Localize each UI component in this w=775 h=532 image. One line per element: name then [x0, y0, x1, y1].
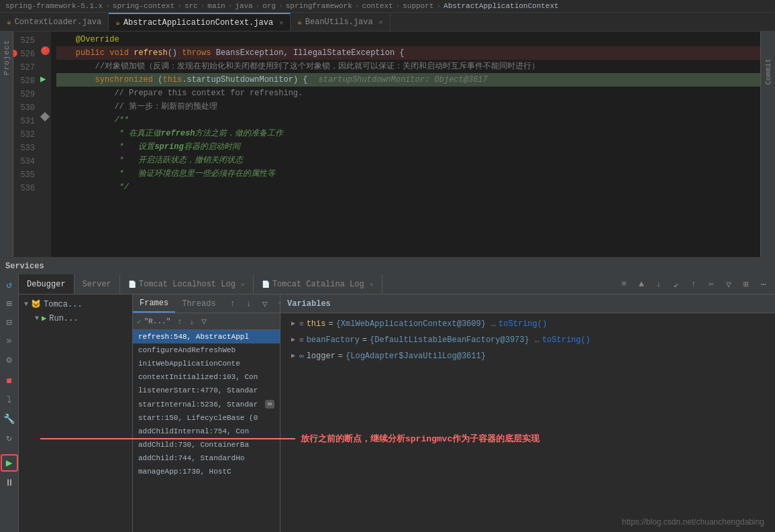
frame-item[interactable]: start:150, LifecycleBase (0: [133, 411, 280, 425]
debugger-main: Debugger Server 📄 Tomcat Localhost Log ✕…: [19, 274, 775, 532]
frame-item[interactable]: startInternal:5236, Standar ∞: [133, 397, 280, 411]
breadcrumb-item[interactable]: springframework: [286, 2, 352, 10]
var-expand-icon[interactable]: ▶: [291, 318, 295, 330]
tab-tomcat-localhost[interactable]: 📄 Tomcat Localhost Log ✕: [120, 274, 254, 294]
frame-item[interactable]: addChildInternal:754, Con: [133, 425, 280, 438]
tree-item-run[interactable]: ▼ ▶ Run...: [19, 311, 132, 325]
code-line: @Override: [56, 33, 760, 46]
frames-up-icon[interactable]: ↑: [225, 297, 240, 311]
tomcat-icon: 🐱: [31, 299, 41, 309]
step-into-icon[interactable]: ↙: [669, 277, 684, 292]
tab-tomcat-catalina[interactable]: 📄 Tomcat Catalina Log ✕: [254, 274, 382, 294]
step-over-icon[interactable]: ↓: [652, 277, 666, 292]
frame-item[interactable]: contextInitialized:103, Con: [133, 370, 280, 384]
frame-label: start:150, LifecycleBase (0: [138, 414, 258, 422]
frames-down-icon[interactable]: ↓: [242, 297, 256, 311]
commit-label[interactable]: Commit: [764, 58, 772, 85]
var-tostring-link[interactable]: toString(): [542, 334, 590, 346]
step-out-icon[interactable]: ↑: [686, 277, 701, 292]
breadcrumb-item[interactable]: spring-context: [113, 2, 174, 10]
grid-icon[interactable]: ⊞: [739, 277, 754, 292]
tab-close-icon[interactable]: ✕: [241, 280, 245, 288]
var-expand-icon[interactable]: ▶: [291, 334, 295, 346]
tab-beanutils[interactable]: ☕ BeanUtils.java ✕: [291, 13, 390, 31]
more-debug-icon[interactable]: ⋯: [756, 277, 771, 292]
debug-content: ▼ 🐱 Tomca... ▼ ▶ Run...: [19, 295, 775, 532]
breadcrumb-item[interactable]: org: [262, 2, 276, 10]
expand-all-icon[interactable]: ⊞: [2, 296, 17, 311]
thread-dropdown[interactable]: ✓ "R..." ↑ ↓ ▽: [133, 313, 280, 330]
frame-label: refresh:548, AbstractAppl: [138, 333, 249, 341]
evaluate-icon[interactable]: ✂: [704, 277, 719, 292]
thread-controls: ↑ ↓ ▽: [174, 316, 209, 327]
wrench-icon[interactable]: 🔧: [2, 411, 17, 426]
breadcrumb-item[interactable]: spring-framework-5.1.x: [5, 2, 103, 10]
var-value: {XmlWebApplicationContext@3609}: [336, 318, 486, 330]
filter-icon[interactable]: ▽: [721, 277, 736, 292]
step-icon[interactable]: ⤵: [2, 392, 17, 407]
frame-item[interactable]: addChild:730, ContainerBa: [133, 438, 280, 451]
expand-arrow: ▼: [24, 301, 28, 308]
java-icon: ☕: [7, 17, 11, 26]
settings-icon[interactable]: ⚙: [2, 352, 17, 367]
thread-filter-icon[interactable]: ▽: [199, 316, 209, 327]
frame-label: manageApp:1730, HostC: [138, 468, 231, 476]
code-line: // Prepare this context for refreshing.: [56, 87, 760, 100]
tab-contextloader[interactable]: ☕ ContextLoader.java: [0, 13, 109, 31]
frame-item[interactable]: manageApp:1730, HostC: [133, 465, 280, 478]
breadcrumb-item[interactable]: src: [185, 2, 198, 10]
frames-header: Frames Threads ↑ ↓ ▽ +: [133, 295, 280, 313]
frames-list: refresh:548, AbstractAppl configureAndRe…: [133, 330, 280, 532]
breadcrumb-item[interactable]: main: [207, 2, 225, 10]
collapse-all-icon[interactable]: ⊟: [2, 315, 17, 329]
var-expand-icon[interactable]: ▶: [291, 350, 295, 362]
frame-label: contextInitialized:103, Con: [138, 373, 258, 381]
frame-item[interactable]: listenerStart:4770, Standar: [133, 384, 280, 397]
var-equals: =: [328, 318, 333, 330]
thread-label: "R...": [144, 317, 171, 325]
code-view: 525 🔴526 527 528 529 530 531 532 533 534…: [13, 32, 760, 257]
breadcrumb-item[interactable]: support: [403, 2, 433, 10]
code-content: @Override public void refresh() throws B…: [51, 32, 760, 257]
tab-threads[interactable]: Threads: [175, 295, 222, 313]
tab-server[interactable]: Server: [74, 274, 120, 294]
code-line: public void refresh() throws BeansExcept…: [56, 46, 760, 60]
code-line: * 设置spring容器的启动时间: [56, 140, 760, 154]
services-left-sidebar: ↺ ⊞ ⊟ » ⚙ ■ ⤵ 🔧 ↻ ▶ ⏸: [0, 274, 19, 532]
code-line: * 开启活跃状态，撤销关闭状态: [56, 154, 760, 167]
frame-item[interactable]: initWebApplicationConte: [133, 357, 280, 370]
cycle-icon[interactable]: ↻: [2, 430, 17, 445]
tab-close-icon[interactable]: ✕: [279, 19, 283, 27]
variables-list: ▶ ≡ this = {XmlWebApplicationContext@360…: [280, 313, 775, 532]
thread-down-icon[interactable]: ↓: [187, 316, 197, 327]
pause-icon[interactable]: ⏸: [2, 476, 17, 490]
tree-item-tomcat[interactable]: ▼ 🐱 Tomca...: [19, 297, 132, 311]
variable-beanfactory: ▶ ≡ beanFactory = {DefaultListableBeanFa…: [280, 332, 775, 348]
tab-frames[interactable]: Frames: [133, 295, 175, 313]
frame-item[interactable]: addChild:744, StandardHo: [133, 451, 280, 465]
frame-item[interactable]: refresh:548, AbstractAppl: [133, 330, 280, 343]
tab-close-icon[interactable]: ✕: [370, 280, 374, 288]
frame-item[interactable]: configureAndRefreshWeb: [133, 343, 280, 357]
thread-up-icon[interactable]: ↑: [174, 316, 185, 327]
tab-close-icon[interactable]: ✕: [379, 18, 383, 26]
stop-icon[interactable]: ■: [2, 374, 17, 388]
services-header: Services: [0, 258, 775, 274]
tab-debugger[interactable]: Debugger: [19, 274, 74, 294]
frames-filter-icon[interactable]: ▽: [258, 297, 272, 311]
project-label[interactable]: Project: [0, 37, 13, 78]
resume-icon[interactable]: ▲: [634, 277, 649, 292]
breadcrumb-item[interactable]: context: [362, 2, 393, 10]
tab-abstractapplicationcontext[interactable]: ☕ AbstractApplicationContext.java ✕: [109, 13, 291, 31]
play-button[interactable]: ▶: [1, 454, 18, 472]
list-icon[interactable]: ≡: [617, 277, 631, 292]
refresh-icon[interactable]: ↺: [2, 277, 17, 292]
frame-label: addChild:730, ContainerBa: [138, 441, 249, 449]
breadcrumb-item[interactable]: java: [235, 2, 252, 10]
var-tostring-link[interactable]: toString(): [499, 318, 547, 330]
more-icon[interactable]: »: [2, 333, 17, 348]
var-value: {DefaultListableBeanFactory@3973}: [370, 334, 529, 346]
expand-arrow: ▼: [35, 315, 39, 322]
frame-label: addChild:744, StandardHo: [138, 454, 244, 462]
variable-this: ▶ ≡ this = {XmlWebApplicationContext@360…: [280, 316, 775, 332]
